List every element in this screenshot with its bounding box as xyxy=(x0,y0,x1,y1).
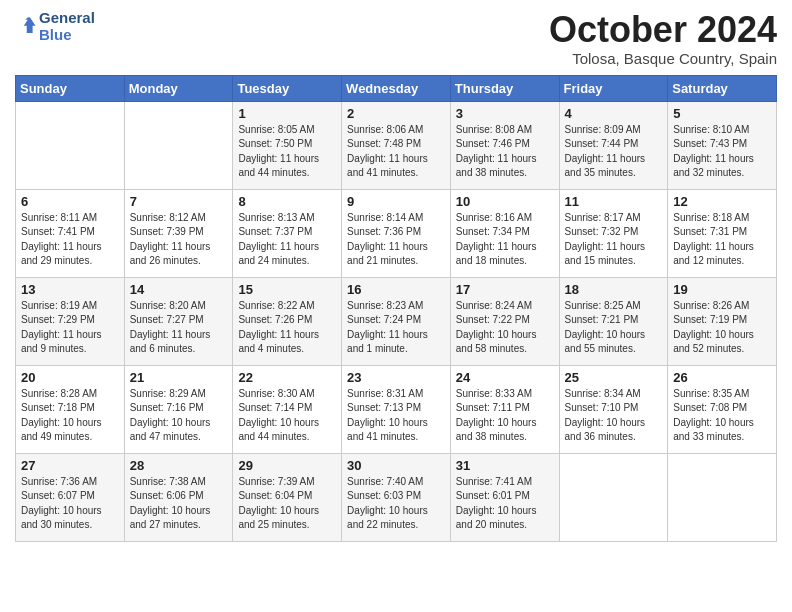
calendar-cell: 3Sunrise: 8:08 AMSunset: 7:46 PMDaylight… xyxy=(450,101,559,189)
day-number: 24 xyxy=(456,370,554,385)
calendar-cell: 13Sunrise: 8:19 AMSunset: 7:29 PMDayligh… xyxy=(16,277,125,365)
day-detail: Sunrise: 8:16 AMSunset: 7:34 PMDaylight:… xyxy=(456,211,554,269)
calendar-cell: 18Sunrise: 8:25 AMSunset: 7:21 PMDayligh… xyxy=(559,277,668,365)
day-detail: Sunrise: 8:12 AMSunset: 7:39 PMDaylight:… xyxy=(130,211,228,269)
day-header-sunday: Sunday xyxy=(16,75,125,101)
day-number: 23 xyxy=(347,370,445,385)
calendar-cell: 15Sunrise: 8:22 AMSunset: 7:26 PMDayligh… xyxy=(233,277,342,365)
logo: General Blue xyxy=(15,10,95,43)
day-detail: Sunrise: 8:31 AMSunset: 7:13 PMDaylight:… xyxy=(347,387,445,445)
day-number: 31 xyxy=(456,458,554,473)
day-number: 19 xyxy=(673,282,771,297)
calendar-cell: 6Sunrise: 8:11 AMSunset: 7:41 PMDaylight… xyxy=(16,189,125,277)
calendar-cell: 1Sunrise: 8:05 AMSunset: 7:50 PMDaylight… xyxy=(233,101,342,189)
calendar-cell: 22Sunrise: 8:30 AMSunset: 7:14 PMDayligh… xyxy=(233,365,342,453)
calendar-cell: 12Sunrise: 8:18 AMSunset: 7:31 PMDayligh… xyxy=(668,189,777,277)
day-number: 7 xyxy=(130,194,228,209)
calendar-cell: 5Sunrise: 8:10 AMSunset: 7:43 PMDaylight… xyxy=(668,101,777,189)
calendar-cell: 17Sunrise: 8:24 AMSunset: 7:22 PMDayligh… xyxy=(450,277,559,365)
day-number: 12 xyxy=(673,194,771,209)
day-number: 9 xyxy=(347,194,445,209)
day-number: 29 xyxy=(238,458,336,473)
day-detail: Sunrise: 8:13 AMSunset: 7:37 PMDaylight:… xyxy=(238,211,336,269)
day-detail: Sunrise: 8:25 AMSunset: 7:21 PMDaylight:… xyxy=(565,299,663,357)
calendar-cell xyxy=(559,453,668,541)
day-detail: Sunrise: 7:40 AMSunset: 6:03 PMDaylight:… xyxy=(347,475,445,533)
calendar-cell: 2Sunrise: 8:06 AMSunset: 7:48 PMDaylight… xyxy=(342,101,451,189)
calendar-cell: 25Sunrise: 8:34 AMSunset: 7:10 PMDayligh… xyxy=(559,365,668,453)
calendar-cell: 24Sunrise: 8:33 AMSunset: 7:11 PMDayligh… xyxy=(450,365,559,453)
calendar-cell: 10Sunrise: 8:16 AMSunset: 7:34 PMDayligh… xyxy=(450,189,559,277)
day-detail: Sunrise: 8:24 AMSunset: 7:22 PMDaylight:… xyxy=(456,299,554,357)
week-row-5: 27Sunrise: 7:36 AMSunset: 6:07 PMDayligh… xyxy=(16,453,777,541)
day-detail: Sunrise: 8:17 AMSunset: 7:32 PMDaylight:… xyxy=(565,211,663,269)
day-number: 11 xyxy=(565,194,663,209)
calendar-cell: 26Sunrise: 8:35 AMSunset: 7:08 PMDayligh… xyxy=(668,365,777,453)
month-title: October 2024 xyxy=(549,10,777,50)
day-detail: Sunrise: 8:30 AMSunset: 7:14 PMDaylight:… xyxy=(238,387,336,445)
day-number: 17 xyxy=(456,282,554,297)
days-header-row: SundayMondayTuesdayWednesdayThursdayFrid… xyxy=(16,75,777,101)
day-number: 16 xyxy=(347,282,445,297)
day-number: 10 xyxy=(456,194,554,209)
calendar-cell: 7Sunrise: 8:12 AMSunset: 7:39 PMDaylight… xyxy=(124,189,233,277)
calendar-cell xyxy=(124,101,233,189)
day-detail: Sunrise: 7:36 AMSunset: 6:07 PMDaylight:… xyxy=(21,475,119,533)
logo-line2: Blue xyxy=(39,27,95,44)
day-header-wednesday: Wednesday xyxy=(342,75,451,101)
day-header-thursday: Thursday xyxy=(450,75,559,101)
day-detail: Sunrise: 8:18 AMSunset: 7:31 PMDaylight:… xyxy=(673,211,771,269)
day-detail: Sunrise: 8:35 AMSunset: 7:08 PMDaylight:… xyxy=(673,387,771,445)
day-number: 22 xyxy=(238,370,336,385)
day-number: 13 xyxy=(21,282,119,297)
day-number: 5 xyxy=(673,106,771,121)
day-header-saturday: Saturday xyxy=(668,75,777,101)
day-detail: Sunrise: 8:14 AMSunset: 7:36 PMDaylight:… xyxy=(347,211,445,269)
day-detail: Sunrise: 7:38 AMSunset: 6:06 PMDaylight:… xyxy=(130,475,228,533)
calendar-cell: 19Sunrise: 8:26 AMSunset: 7:19 PMDayligh… xyxy=(668,277,777,365)
day-number: 8 xyxy=(238,194,336,209)
day-detail: Sunrise: 8:08 AMSunset: 7:46 PMDaylight:… xyxy=(456,123,554,181)
day-detail: Sunrise: 8:10 AMSunset: 7:43 PMDaylight:… xyxy=(673,123,771,181)
day-detail: Sunrise: 8:05 AMSunset: 7:50 PMDaylight:… xyxy=(238,123,336,181)
calendar-cell: 28Sunrise: 7:38 AMSunset: 6:06 PMDayligh… xyxy=(124,453,233,541)
day-number: 26 xyxy=(673,370,771,385)
calendar-table: SundayMondayTuesdayWednesdayThursdayFrid… xyxy=(15,75,777,542)
calendar-cell xyxy=(668,453,777,541)
calendar-cell: 29Sunrise: 7:39 AMSunset: 6:04 PMDayligh… xyxy=(233,453,342,541)
day-number: 28 xyxy=(130,458,228,473)
day-header-tuesday: Tuesday xyxy=(233,75,342,101)
week-row-1: 1Sunrise: 8:05 AMSunset: 7:50 PMDaylight… xyxy=(16,101,777,189)
day-number: 6 xyxy=(21,194,119,209)
week-row-2: 6Sunrise: 8:11 AMSunset: 7:41 PMDaylight… xyxy=(16,189,777,277)
day-number: 21 xyxy=(130,370,228,385)
day-detail: Sunrise: 8:19 AMSunset: 7:29 PMDaylight:… xyxy=(21,299,119,357)
day-detail: Sunrise: 8:20 AMSunset: 7:27 PMDaylight:… xyxy=(130,299,228,357)
week-row-3: 13Sunrise: 8:19 AMSunset: 7:29 PMDayligh… xyxy=(16,277,777,365)
calendar-cell: 31Sunrise: 7:41 AMSunset: 6:01 PMDayligh… xyxy=(450,453,559,541)
day-number: 18 xyxy=(565,282,663,297)
calendar-cell: 20Sunrise: 8:28 AMSunset: 7:18 PMDayligh… xyxy=(16,365,125,453)
logo-icon xyxy=(15,14,37,36)
day-detail: Sunrise: 8:34 AMSunset: 7:10 PMDaylight:… xyxy=(565,387,663,445)
day-header-monday: Monday xyxy=(124,75,233,101)
calendar-cell: 16Sunrise: 8:23 AMSunset: 7:24 PMDayligh… xyxy=(342,277,451,365)
location: Tolosa, Basque Country, Spain xyxy=(549,50,777,67)
day-detail: Sunrise: 8:06 AMSunset: 7:48 PMDaylight:… xyxy=(347,123,445,181)
day-number: 14 xyxy=(130,282,228,297)
day-detail: Sunrise: 8:28 AMSunset: 7:18 PMDaylight:… xyxy=(21,387,119,445)
week-row-4: 20Sunrise: 8:28 AMSunset: 7:18 PMDayligh… xyxy=(16,365,777,453)
calendar-cell xyxy=(16,101,125,189)
day-detail: Sunrise: 8:09 AMSunset: 7:44 PMDaylight:… xyxy=(565,123,663,181)
day-number: 30 xyxy=(347,458,445,473)
calendar-cell: 21Sunrise: 8:29 AMSunset: 7:16 PMDayligh… xyxy=(124,365,233,453)
day-detail: Sunrise: 8:22 AMSunset: 7:26 PMDaylight:… xyxy=(238,299,336,357)
logo-line1: General xyxy=(39,10,95,27)
title-block: October 2024 Tolosa, Basque Country, Spa… xyxy=(549,10,777,67)
day-detail: Sunrise: 8:11 AMSunset: 7:41 PMDaylight:… xyxy=(21,211,119,269)
calendar-cell: 30Sunrise: 7:40 AMSunset: 6:03 PMDayligh… xyxy=(342,453,451,541)
calendar-cell: 11Sunrise: 8:17 AMSunset: 7:32 PMDayligh… xyxy=(559,189,668,277)
page-header: General Blue October 2024 Tolosa, Basque… xyxy=(15,10,777,67)
day-detail: Sunrise: 8:23 AMSunset: 7:24 PMDaylight:… xyxy=(347,299,445,357)
day-detail: Sunrise: 8:33 AMSunset: 7:11 PMDaylight:… xyxy=(456,387,554,445)
